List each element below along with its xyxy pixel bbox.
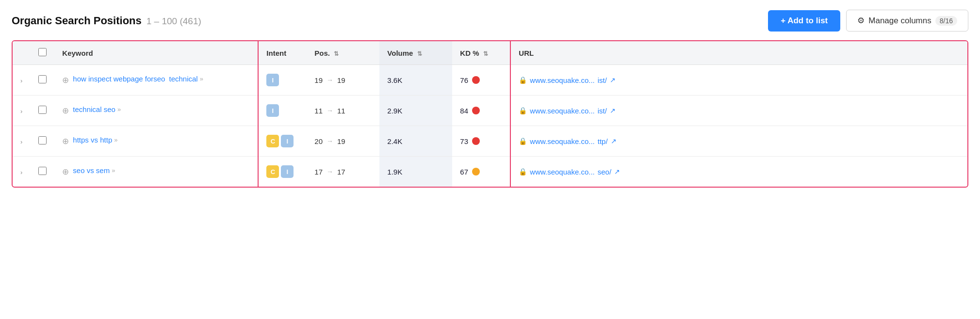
- intent-badge-i: I: [281, 135, 294, 147]
- intent-badge-c: C: [266, 165, 279, 178]
- pos-sort-icon[interactable]: ⇅: [334, 50, 339, 57]
- col-header-keyword: Keyword: [54, 41, 258, 65]
- row-checkbox[interactable]: [38, 75, 47, 83]
- keyword-text-wrap: technical seo»: [73, 105, 121, 113]
- row-volume-cell: 2.9K: [379, 96, 452, 126]
- url-path: ist/: [598, 76, 607, 84]
- table-header-row: Keyword Intent Pos. ⇅ Volume ⇅ KD % ⇅ UR…: [13, 41, 967, 65]
- url-domain-link[interactable]: www.seoquake.co...: [530, 137, 594, 145]
- volume-sort-icon[interactable]: ⇅: [417, 50, 422, 57]
- keyword-link[interactable]: how inspect webpage forseo: [73, 75, 165, 83]
- row-intent-cell: CI: [258, 126, 307, 157]
- keyword-plus-icon: ⊕: [62, 167, 69, 177]
- keyword-link-cont[interactable]: technical: [169, 75, 197, 83]
- keyword-link[interactable]: seo vs sem: [73, 166, 110, 175]
- intent-group: CI: [266, 165, 299, 178]
- select-all-checkbox[interactable]: [38, 48, 47, 56]
- table-body: ›⊕how inspect webpage forseotechnical»I …: [13, 65, 967, 187]
- row-intent-cell: I: [258, 65, 307, 96]
- keyword-plus-icon: ⊕: [62, 106, 69, 116]
- row-expand-button[interactable]: ›: [13, 65, 30, 96]
- url-domain-link[interactable]: www.seoquake.co...: [530, 168, 594, 176]
- kd-difficulty-dot: [472, 107, 480, 114]
- row-keyword-cell: ⊕https vs http»: [54, 126, 258, 157]
- row-position-cell: 19 → 19: [307, 65, 379, 96]
- header-right: + Add to list ⚙ Manage columns 8/16: [768, 10, 968, 32]
- col-header-volume: Volume ⇅: [379, 41, 452, 65]
- external-link-icon[interactable]: ↗: [610, 107, 616, 114]
- pos-cell-inner: 20 → 19: [314, 137, 372, 145]
- keyword-cell-inner: ⊕https vs http»: [62, 136, 250, 146]
- external-link-icon[interactable]: ↗: [611, 137, 617, 145]
- keyword-expand-chevrons: »: [117, 106, 121, 113]
- row-expand-button[interactable]: ›: [13, 96, 30, 126]
- kd-value: 76: [460, 76, 468, 84]
- add-to-list-button[interactable]: + Add to list: [768, 10, 840, 32]
- manage-columns-label: Manage columns: [868, 16, 931, 26]
- volume-value: 1.9K: [387, 168, 402, 176]
- url-domain-link[interactable]: www.seoquake.co...: [530, 107, 594, 115]
- keyword-text-wrap: https vs http»: [73, 136, 117, 144]
- row-url-cell: 🔒 www.seoquake.co... ist/ ↗: [510, 96, 967, 126]
- kd-difficulty-dot: [472, 137, 480, 145]
- external-link-icon[interactable]: ↗: [614, 168, 620, 175]
- kd-difficulty-dot: [472, 76, 480, 84]
- kd-value: 84: [460, 107, 468, 115]
- keyword-link[interactable]: technical seo: [73, 105, 115, 113]
- col-header-checkbox: [30, 41, 54, 65]
- pos-to: 17: [337, 168, 345, 176]
- row-checkbox[interactable]: [38, 106, 47, 114]
- keyword-expand-chevrons: »: [114, 136, 117, 144]
- kd-value: 67: [460, 168, 468, 176]
- url-cell-inner: 🔒 www.seoquake.co... ist/ ↗: [519, 76, 960, 84]
- keyword-link[interactable]: https vs http: [73, 136, 112, 144]
- volume-value: 2.4K: [387, 137, 402, 145]
- url-cell-inner: 🔒 www.seoquake.co... ist/ ↗: [519, 107, 960, 115]
- row-checkbox-cell: [30, 96, 54, 126]
- pos-to: 19: [337, 76, 345, 84]
- row-expand-button[interactable]: ›: [13, 126, 30, 157]
- pos-cell-inner: 17 → 17: [314, 168, 372, 176]
- row-expand-button[interactable]: ›: [13, 157, 30, 187]
- keyword-text-wrap: how inspect webpage forseotechnical»: [73, 75, 203, 83]
- pos-arrow-icon: →: [327, 76, 333, 84]
- row-url-cell: 🔒 www.seoquake.co... seo/ ↗: [510, 157, 967, 187]
- lock-icon: 🔒: [519, 107, 527, 114]
- pos-from: 19: [314, 76, 323, 84]
- pos-arrow-icon: →: [327, 168, 333, 175]
- url-cell-inner: 🔒 www.seoquake.co... ttp/ ↗: [519, 137, 960, 145]
- row-url-cell: 🔒 www.seoquake.co... ttp/ ↗: [510, 126, 967, 157]
- kd-sort-icon[interactable]: ⇅: [483, 50, 488, 57]
- keyword-cell-inner: ⊕technical seo»: [62, 105, 250, 116]
- keyword-cell-inner: ⊕seo vs sem»: [62, 166, 250, 177]
- lock-icon: 🔒: [519, 168, 527, 175]
- external-link-icon[interactable]: ↗: [610, 76, 616, 84]
- url-domain-link[interactable]: www.seoquake.co...: [530, 76, 594, 84]
- chevron-right-icon: ›: [20, 169, 22, 176]
- table-row: ›⊕seo vs sem»CI 17 → 17 1.9K 67 🔒 www.se…: [13, 157, 967, 187]
- row-checkbox[interactable]: [38, 136, 47, 144]
- pos-cell-inner: 19 → 19: [314, 76, 372, 84]
- intent-group: CI: [266, 135, 299, 147]
- col-header-url: URL: [510, 41, 967, 65]
- manage-columns-button[interactable]: ⚙ Manage columns 8/16: [846, 10, 968, 32]
- kd-cell-inner: 73: [460, 137, 502, 145]
- page-subtitle: 1 – 100 (461): [147, 16, 201, 27]
- row-volume-cell: 2.4K: [379, 126, 452, 157]
- intent-badge-i: I: [281, 165, 294, 178]
- pos-from: 20: [314, 137, 323, 145]
- keyword-expand-chevrons: »: [200, 75, 203, 82]
- row-keyword-cell: ⊕how inspect webpage forseotechnical»: [54, 65, 258, 96]
- header-left: Organic Search Positions 1 – 100 (461): [12, 15, 201, 27]
- row-kd-cell: 76: [452, 65, 510, 96]
- lock-icon: 🔒: [519, 76, 527, 84]
- keyword-cell-inner: ⊕how inspect webpage forseotechnical»: [62, 75, 250, 85]
- row-position-cell: 11 → 11: [307, 96, 379, 126]
- row-volume-cell: 1.9K: [379, 157, 452, 187]
- chevron-right-icon: ›: [20, 77, 22, 84]
- row-checkbox[interactable]: [38, 167, 47, 175]
- intent-badge-i: I: [266, 74, 279, 86]
- row-kd-cell: 73: [452, 126, 510, 157]
- table-row: ›⊕technical seo»I 11 → 11 2.9K 84 🔒 www.…: [13, 96, 967, 126]
- row-keyword-cell: ⊕seo vs sem»: [54, 157, 258, 187]
